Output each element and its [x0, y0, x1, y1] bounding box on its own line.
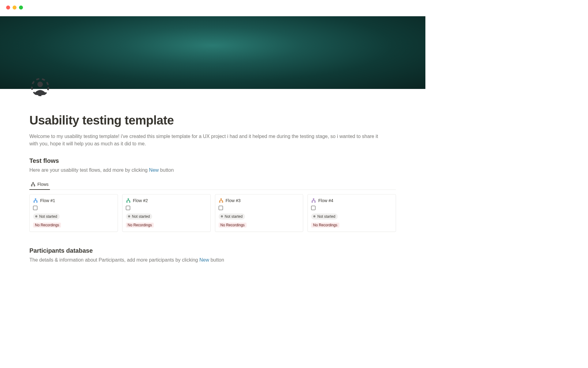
tab-flows[interactable]: Flows	[29, 180, 50, 190]
flow-title: Flow #4	[318, 198, 333, 203]
window-controls	[0, 0, 425, 16]
svg-point-12	[219, 201, 220, 202]
hierarchy-icon	[31, 182, 36, 187]
svg-point-9	[126, 201, 127, 202]
recording-badge: No Recordings	[126, 223, 154, 228]
flow-checkbox[interactable]	[33, 206, 37, 210]
participants-description[interactable]: The details & information about Particip…	[29, 257, 396, 263]
window-close-button[interactable]	[6, 6, 10, 10]
status-badge: Not started	[311, 213, 338, 220]
hierarchy-icon	[311, 198, 316, 203]
page-cover[interactable]	[0, 16, 425, 89]
flow-title: Flow #3	[226, 198, 241, 203]
svg-point-3	[31, 185, 32, 186]
svg-point-11	[221, 198, 221, 199]
flow-card[interactable]: Flow #3 Not started No Recordings	[215, 194, 303, 232]
status-badge: Not started	[33, 213, 60, 220]
flow-checkbox[interactable]	[126, 206, 130, 210]
window-minimize-button[interactable]	[13, 6, 17, 10]
svg-point-2	[32, 182, 33, 183]
flow-checkbox[interactable]	[219, 206, 223, 210]
flow-card[interactable]: Flow #2 Not started No Recordings	[122, 194, 211, 232]
status-badge: Not started	[219, 213, 245, 220]
flow-checkbox[interactable]	[311, 206, 315, 210]
new-link: New	[149, 167, 159, 173]
flows-grid: Flow #1 Not started No Recordings Flow #…	[29, 194, 396, 232]
svg-point-4	[34, 185, 35, 186]
flow-card[interactable]: Flow #1 Not started No Recordings	[29, 194, 118, 232]
recording-badge: No Recordings	[33, 223, 61, 228]
svg-point-5	[35, 198, 36, 199]
recording-badge: No Recordings	[311, 223, 339, 228]
flow-card[interactable]: Flow #4 Not started No Recordings	[307, 194, 396, 232]
status-badge: Not started	[126, 213, 153, 220]
flow-title: Flow #1	[40, 198, 55, 203]
desc-suffix: button	[159, 167, 174, 173]
svg-point-13	[222, 201, 223, 202]
hierarchy-icon	[219, 198, 224, 203]
flow-title: Flow #2	[133, 198, 148, 203]
desc-prefix: The details & information about Particip…	[29, 257, 199, 263]
tab-label: Flows	[37, 182, 49, 187]
new-link: New	[199, 257, 209, 263]
hierarchy-icon	[126, 198, 131, 203]
hierarchy-icon	[33, 198, 38, 203]
desc-suffix: button	[209, 257, 224, 263]
svg-point-16	[315, 201, 315, 202]
test-flows-description[interactable]: Here are your usability test flows, add …	[29, 167, 396, 173]
window-maximize-button[interactable]	[19, 6, 23, 10]
svg-point-6	[34, 201, 35, 202]
svg-point-10	[129, 201, 130, 202]
page-content: Usability testing template Welcome to my…	[0, 89, 425, 266]
svg-point-14	[313, 198, 314, 199]
recording-badge: No Recordings	[219, 223, 247, 228]
participants-heading[interactable]: Participants database	[29, 247, 396, 254]
svg-point-1	[37, 82, 43, 87]
page-title[interactable]: Usability testing template	[29, 113, 396, 127]
desc-prefix: Here are your usability test flows, add …	[29, 167, 149, 173]
svg-point-8	[128, 198, 129, 199]
svg-point-15	[312, 201, 313, 202]
intro-text[interactable]: Welcome to my usability testing template…	[29, 133, 385, 148]
test-flows-heading[interactable]: Test flows	[29, 157, 396, 164]
svg-point-7	[36, 201, 37, 202]
page-icon[interactable]	[31, 78, 49, 96]
flows-tabs: Flows	[29, 180, 396, 190]
